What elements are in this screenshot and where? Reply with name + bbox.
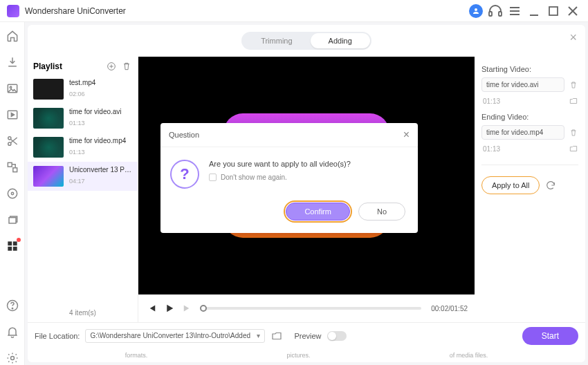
- svg-rect-20: [12, 241, 17, 245]
- dialog-title: Question: [169, 131, 403, 139]
- bottom-bar: File Location: G:\Wondershare UniConvert…: [28, 322, 585, 348]
- file-location-select[interactable]: G:\Wondershare UniConverter 13\Intro-Out…: [85, 329, 265, 343]
- svg-rect-1: [499, 12, 502, 16]
- divider: [481, 165, 578, 165]
- playlist-title: Playlist: [33, 62, 102, 71]
- thumbnail: [33, 79, 64, 100]
- add-playlist-icon[interactable]: [106, 61, 117, 72]
- confirm-button[interactable]: Confirm: [286, 203, 350, 221]
- preview-toggle[interactable]: [327, 331, 347, 341]
- no-button[interactable]: No: [358, 203, 405, 221]
- playlist-panel: Playlist test.mp402:06 time for video.av…: [28, 57, 138, 322]
- ending-video-label: Ending Video:: [481, 113, 578, 121]
- chevron-down-icon: ▾: [257, 332, 260, 339]
- svg-point-12: [8, 142, 10, 145]
- svg-rect-18: [9, 218, 16, 223]
- file-duration: 01:13: [69, 149, 126, 156]
- playlist-item[interactable]: time for video.avi01:13: [28, 104, 138, 133]
- app-title: Wondershare UniConverter: [25, 6, 126, 16]
- file-name: time for video.mp4: [69, 137, 126, 144]
- file-location-label: File Location:: [35, 332, 80, 340]
- thumbnail: [33, 108, 64, 129]
- svg-rect-22: [12, 247, 17, 251]
- thumbnail: [33, 166, 64, 187]
- nav-merge-icon[interactable]: [6, 160, 19, 174]
- svg-point-24: [12, 308, 12, 309]
- dialog-close-icon[interactable]: ×: [403, 129, 410, 141]
- starting-video-select[interactable]: time for video.avi: [481, 77, 564, 92]
- browse-starting-icon[interactable]: [569, 96, 578, 106]
- remove-starting-icon[interactable]: [569, 80, 578, 90]
- footer-hint: formats.: [125, 352, 148, 359]
- remove-ending-icon[interactable]: [569, 128, 578, 138]
- dialog-message: Are you sure want to apply to all video(…: [209, 160, 351, 168]
- footer-hints: formats. pictures. of media files.: [28, 348, 585, 362]
- nav-play-icon[interactable]: [6, 108, 19, 122]
- maximize-button[interactable]: [545, 3, 562, 19]
- nav-disc-icon[interactable]: [6, 187, 19, 200]
- file-duration: 02:06: [69, 91, 95, 97]
- play-button[interactable]: [163, 302, 176, 315]
- svg-rect-15: [12, 168, 17, 172]
- close-button[interactable]: [564, 3, 581, 19]
- svg-point-17: [11, 192, 13, 194]
- transport-bar: 00:02/01:52: [138, 294, 475, 322]
- start-button[interactable]: Start: [522, 327, 578, 345]
- svg-point-25: [10, 357, 14, 360]
- next-button[interactable]: [181, 302, 194, 315]
- starting-duration: 01:13: [481, 97, 564, 105]
- svg-point-16: [8, 189, 17, 198]
- file-name: Uniconverter 13 Product Video 0...: [69, 166, 132, 174]
- svg-rect-6: [549, 7, 558, 15]
- mode-tabs: Trimming Adding: [241, 32, 371, 50]
- open-folder-icon[interactable]: [270, 330, 283, 342]
- nav-help-icon[interactable]: [6, 299, 19, 312]
- headset-icon[interactable]: [487, 3, 504, 19]
- starting-video-label: Starting Video:: [481, 65, 578, 73]
- nav-home-icon[interactable]: [6, 29, 19, 43]
- dont-show-label: Don't show me again.: [221, 174, 287, 181]
- dont-show-checkbox[interactable]: [209, 174, 217, 181]
- time-display: 00:02/01:52: [431, 305, 468, 312]
- minimize-button[interactable]: [526, 3, 542, 19]
- nav-layers-icon[interactable]: [6, 213, 19, 227]
- browse-ending-icon[interactable]: [569, 144, 578, 153]
- svg-rect-19: [8, 241, 12, 245]
- nav-cut-icon[interactable]: [6, 134, 19, 148]
- reset-icon[interactable]: [545, 180, 556, 191]
- question-icon: ?: [170, 160, 199, 189]
- settings-panel: Starting Video: time for video.avi 01:13…: [475, 57, 585, 322]
- apply-to-all-button[interactable]: Apply to All: [481, 176, 540, 194]
- delete-playlist-icon[interactable]: [121, 61, 132, 72]
- thumbnail: [33, 137, 64, 158]
- svg-point-13: [8, 137, 10, 140]
- playlist-item[interactable]: test.mp402:06: [28, 75, 138, 104]
- menu-icon[interactable]: [506, 3, 523, 19]
- svg-rect-21: [8, 247, 12, 251]
- svg-rect-0: [489, 12, 492, 16]
- playlist-count: 4 item(s): [28, 303, 138, 322]
- file-duration: 01:13: [69, 120, 122, 127]
- question-dialog: Question × ? Are you sure want to apply …: [160, 123, 418, 233]
- prev-button[interactable]: [145, 302, 158, 315]
- nav-image-icon[interactable]: [6, 82, 19, 95]
- ending-video-select[interactable]: time for video.mp4: [481, 125, 564, 140]
- file-location-value: G:\Wondershare UniConverter 13\Intro-Out…: [90, 332, 250, 339]
- nav-bell-icon[interactable]: [6, 325, 19, 339]
- nav-settings-icon[interactable]: [6, 351, 19, 365]
- footer-hint: pictures.: [286, 352, 310, 359]
- nav-download-icon[interactable]: [6, 55, 19, 69]
- file-duration: 04:17: [69, 178, 132, 185]
- footer-hint: of media files.: [450, 352, 488, 359]
- svg-point-10: [10, 86, 12, 88]
- playlist-item[interactable]: time for video.mp401:13: [28, 133, 138, 162]
- svg-rect-14: [8, 162, 12, 167]
- app-logo: [7, 5, 19, 17]
- seek-slider[interactable]: [203, 307, 421, 310]
- tab-trimming[interactable]: Trimming: [243, 33, 310, 48]
- file-name: test.mp4: [69, 79, 95, 86]
- nav-apps-icon[interactable]: [6, 239, 19, 253]
- tab-adding[interactable]: Adding: [311, 33, 370, 48]
- playlist-item[interactable]: Uniconverter 13 Product Video 0...04:17: [28, 162, 138, 191]
- user-avatar[interactable]: [468, 3, 484, 19]
